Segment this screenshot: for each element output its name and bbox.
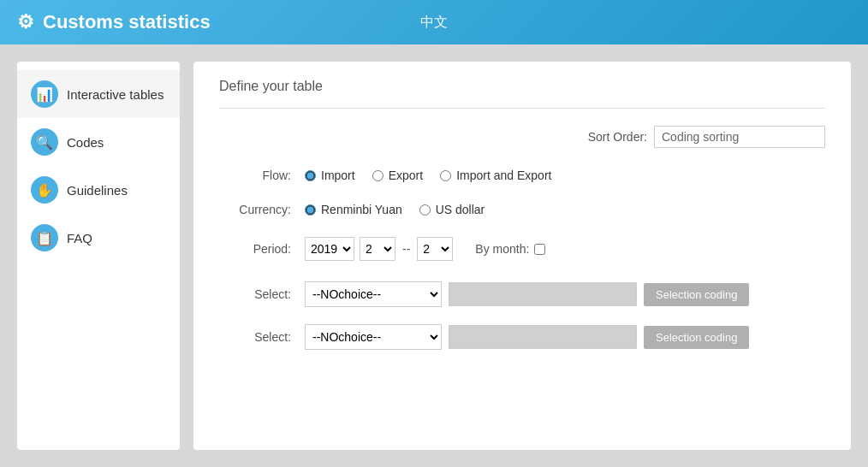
sidebar-item-guidelines[interactable]: ✋ Guidelines <box>17 166 180 214</box>
month-end-select[interactable]: 1 2 3 4 5 6 7 8 9 10 11 12 <box>417 237 453 261</box>
main-layout: 📊 Interactive tables 🔍 Codes ✋ Guideline… <box>0 44 868 467</box>
sidebar-label-guidelines: Guidelines <box>67 183 128 198</box>
header-icon: ⚙ <box>17 11 34 33</box>
app-title: Customs statistics <box>43 11 211 33</box>
select-controls-1: --NOchoice-- Selection coding <box>305 281 749 307</box>
sidebar-label-codes: Codes <box>67 135 104 150</box>
by-month-label: By month: <box>475 242 529 256</box>
select-dropdown-1[interactable]: --NOchoice-- <box>305 281 442 307</box>
select-controls-2: --NOchoice-- Selection coding <box>305 324 749 350</box>
content-title: Define your table <box>219 79 825 109</box>
codes-icon: 🔍 <box>31 128 58 156</box>
faq-icon: 📋 <box>31 224 58 251</box>
guidelines-icon: ✋ <box>31 176 58 204</box>
flow-import[interactable]: Import <box>305 168 355 182</box>
flow-row: Flow: Import Export Import and Export <box>219 168 825 182</box>
currency-usd-radio[interactable] <box>419 204 431 216</box>
header-title: ⚙ Customs statistics <box>17 11 211 33</box>
by-month-checkbox[interactable] <box>534 244 545 255</box>
selection-coding-button-2[interactable]: Selection coding <box>644 326 749 349</box>
select-row-1: Select: --NOchoice-- Selection coding <box>219 281 825 307</box>
period-label: Period: <box>219 242 305 256</box>
flow-export-label: Export <box>389 168 423 182</box>
flow-import-label: Import <box>321 168 355 182</box>
flow-export-radio[interactable] <box>372 170 383 181</box>
select-row-2: Select: --NOchoice-- Selection coding <box>219 324 825 350</box>
by-month-group: By month: <box>475 242 545 256</box>
currency-rmb-radio[interactable] <box>305 204 316 216</box>
select-label-1: Select: <box>219 287 305 301</box>
content-panel: Define your table Sort Order: Flow: Impo… <box>193 62 851 450</box>
period-row: Period: 2019 2018 2017 2016 1 2 3 4 5 6 … <box>219 237 825 261</box>
currency-usd-label: US dollar <box>436 203 485 216</box>
select-text-input-1[interactable] <box>449 282 637 306</box>
sidebar-label-faq: FAQ <box>67 231 92 245</box>
currency-usd[interactable]: US dollar <box>419 203 485 216</box>
select-label-2: Select: <box>219 330 305 344</box>
sort-order-row: Sort Order: <box>219 126 825 148</box>
language-toggle[interactable]: 中文 <box>420 14 448 32</box>
selection-coding-button-1[interactable]: Selection coding <box>644 283 749 306</box>
select-text-input-2[interactable] <box>449 325 637 349</box>
interactive-tables-icon: 📊 <box>31 80 58 108</box>
currency-controls: Renminbi Yuan US dollar <box>305 203 485 216</box>
currency-rmb[interactable]: Renminbi Yuan <box>305 203 402 216</box>
flow-import-export-label: Import and Export <box>456 168 551 182</box>
period-separator: -- <box>401 242 412 256</box>
flow-label: Flow: <box>219 168 305 182</box>
header: ⚙ Customs statistics 中文 <box>0 0 868 44</box>
sort-order-input[interactable] <box>654 126 825 148</box>
flow-import-export[interactable]: Import and Export <box>440 168 551 182</box>
currency-rmb-label: Renminbi Yuan <box>321 203 402 216</box>
sidebar-item-interactive-tables[interactable]: 📊 Interactive tables <box>17 70 180 118</box>
flow-controls: Import Export Import and Export <box>305 168 551 182</box>
year-select[interactable]: 2019 2018 2017 2016 <box>305 237 354 261</box>
sidebar-label-interactive-tables: Interactive tables <box>67 87 163 102</box>
currency-row: Currency: Renminbi Yuan US dollar <box>219 203 825 216</box>
period-controls: 2019 2018 2017 2016 1 2 3 4 5 6 7 8 9 10… <box>305 237 545 261</box>
sidebar-item-faq[interactable]: 📋 FAQ <box>17 214 180 262</box>
flow-import-export-radio[interactable] <box>440 170 451 181</box>
currency-label: Currency: <box>219 203 305 216</box>
sidebar: 📊 Interactive tables 🔍 Codes ✋ Guideline… <box>17 62 180 450</box>
select-dropdown-2[interactable]: --NOchoice-- <box>305 324 442 350</box>
flow-export[interactable]: Export <box>372 168 423 182</box>
sort-order-label: Sort Order: <box>588 130 647 144</box>
sidebar-item-codes[interactable]: 🔍 Codes <box>17 118 180 166</box>
month-start-select[interactable]: 1 2 3 4 5 6 7 8 9 10 11 12 <box>360 237 395 261</box>
flow-import-radio[interactable] <box>305 170 316 181</box>
